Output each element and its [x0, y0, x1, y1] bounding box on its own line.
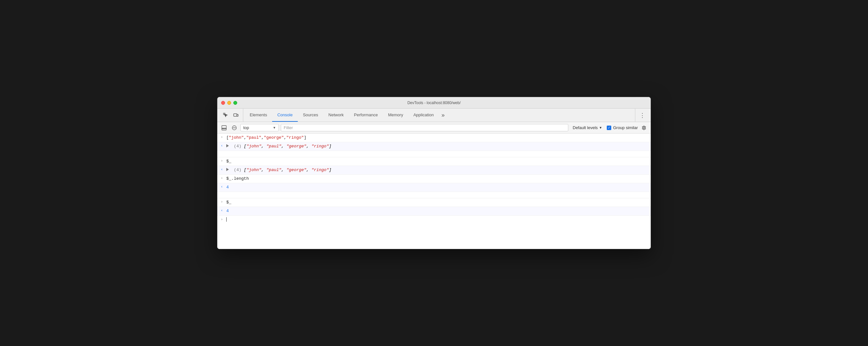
- console-input[interactable]: [226, 217, 227, 222]
- row-5-arrow: ›: [217, 176, 226, 180]
- row-2-arrow: ‹: [217, 144, 226, 148]
- console-row-spacer-1: [217, 151, 651, 157]
- svg-rect-4: [222, 128, 226, 130]
- tab-bar-right: ⋮: [635, 108, 649, 122]
- group-similar-area: ✓ Group similar: [607, 125, 638, 130]
- row-4-expand[interactable]: [226, 168, 229, 171]
- devtools-menu-button[interactable]: ⋮: [638, 111, 647, 120]
- tab-console[interactable]: Console: [272, 108, 298, 122]
- row-8-arrow: ‹: [217, 208, 226, 212]
- tab-network[interactable]: Network: [323, 108, 349, 122]
- maximize-button[interactable]: [234, 101, 237, 105]
- clear-console-button[interactable]: [230, 124, 239, 132]
- row-1-text: ["john","paul","george","ringo"]: [226, 135, 648, 140]
- row-7-text: $_: [226, 199, 648, 206]
- console-row-2: ‹ (4) ["john", "paul", "george", "ringo"…: [217, 142, 651, 151]
- row-6-text: 4: [226, 185, 648, 190]
- filter-input[interactable]: [281, 124, 568, 131]
- row-2-text: (4) ["john", "paul", "george", "ringo"]: [226, 144, 648, 149]
- window-title: DevTools - localhost:8080/web/: [407, 101, 461, 105]
- row-4-text: (4) ["john", "paul", "george", "ringo"]: [226, 167, 648, 173]
- svg-rect-2: [237, 114, 238, 116]
- context-dropdown-arrow: ▼: [273, 126, 276, 129]
- console-row-5: › $_.length: [217, 175, 651, 183]
- minimize-button[interactable]: [227, 101, 231, 105]
- show-console-drawer-button[interactable]: [220, 124, 228, 132]
- more-tabs-button[interactable]: »: [439, 108, 447, 122]
- console-row-1: › ["john","paul","george","ringo"]: [217, 134, 651, 142]
- svg-rect-1: [234, 114, 237, 116]
- log-levels-button[interactable]: Default levels ▼: [570, 124, 605, 131]
- row-3-arrow: ›: [217, 159, 226, 163]
- console-toolbar: top ▼ Default levels ▼ ✓ Group similar: [217, 122, 651, 134]
- title-bar: DevTools - localhost:8080/web/: [217, 97, 651, 108]
- tab-elements[interactable]: Elements: [245, 108, 272, 122]
- console-output: › ["john","paul","george","ringo"] ‹ (4)…: [217, 134, 651, 249]
- tab-bar: Elements Console Sources Network Perform…: [217, 108, 651, 122]
- console-row-3: › $_: [217, 157, 651, 166]
- svg-point-8: [643, 127, 645, 128]
- row-6-arrow: ‹: [217, 185, 226, 189]
- console-input-row[interactable]: ›: [217, 216, 651, 223]
- inspect-element-button[interactable]: [221, 111, 230, 120]
- row-7-arrow: ›: [217, 199, 226, 204]
- close-button[interactable]: [221, 101, 225, 105]
- console-row-spacer-2: [217, 192, 651, 198]
- row-4-arrow: ‹: [217, 167, 226, 171]
- device-toolbar-button[interactable]: [231, 111, 240, 120]
- console-row-8: ‹ 4: [217, 207, 651, 216]
- console-row-4: ‹ (4) ["john", "paul", "george", "ringo"…: [217, 166, 651, 175]
- row-5-text: $_.length: [226, 176, 648, 182]
- tab-performance[interactable]: Performance: [349, 108, 383, 122]
- row-1-arrow: ›: [217, 135, 226, 139]
- tab-application[interactable]: Application: [408, 108, 439, 122]
- group-similar-checkbox[interactable]: ✓: [607, 126, 611, 130]
- console-row-6: ‹ 4: [217, 183, 651, 192]
- context-selector[interactable]: top ▼: [240, 124, 279, 131]
- tab-sources[interactable]: Sources: [298, 108, 323, 122]
- row-8-text: 4: [226, 208, 648, 214]
- tab-bar-icons: [219, 108, 243, 122]
- console-row-7: › $_: [217, 198, 651, 207]
- levels-dropdown-arrow: ▼: [599, 126, 602, 129]
- row-3-text: $_: [226, 159, 648, 164]
- cursor: [226, 217, 227, 222]
- settings-button[interactable]: [640, 124, 648, 132]
- input-prompt: ›: [217, 218, 226, 221]
- traffic-lights: [221, 101, 237, 105]
- tab-memory[interactable]: Memory: [383, 108, 408, 122]
- row-2-expand[interactable]: [226, 144, 229, 147]
- devtools-window: DevTools - localhost:8080/web/ Elements …: [217, 97, 651, 249]
